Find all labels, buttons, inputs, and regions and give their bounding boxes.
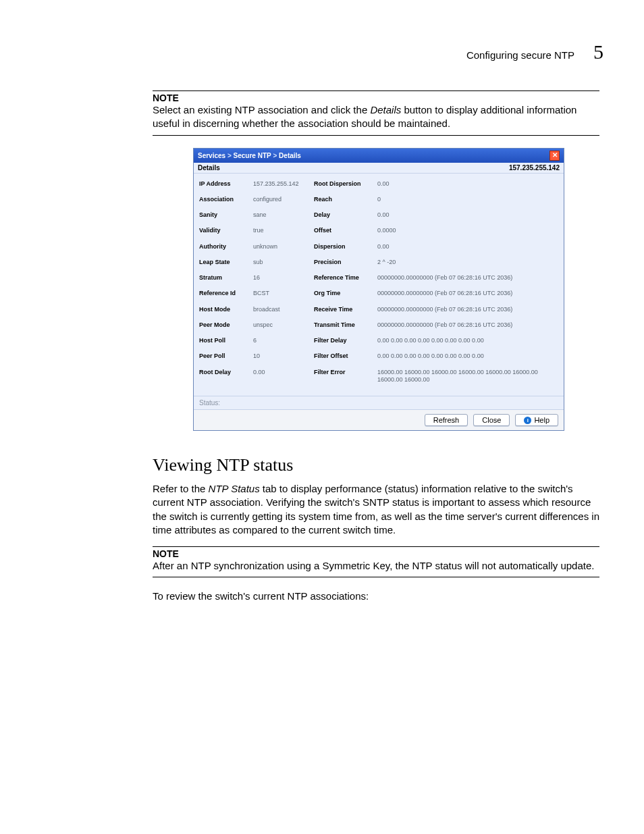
- ntp-details-dialog: Services > Secure NTP > Details ✕ Detail…: [193, 148, 564, 432]
- closing-text: To review the switch's current NTP assoc…: [153, 590, 599, 603]
- note-label: NOTE: [153, 548, 599, 559]
- field-label: Root Delay: [199, 369, 253, 375]
- note-text-before: Select an existing NTP association and c…: [153, 104, 370, 115]
- field-value: 6: [253, 337, 314, 344]
- breadcrumb-b: Secure NTP: [234, 152, 271, 159]
- field-label: Association: [199, 196, 253, 203]
- field-value: BCST: [253, 290, 314, 296]
- field-label: IP Address: [199, 180, 253, 187]
- field-label: Dispersion: [314, 243, 377, 250]
- field-value: sub: [253, 259, 314, 265]
- detail-row: Peer Poll10Filter Offset0.00 0.00 0.00 0…: [199, 353, 558, 360]
- field-label: Reference Id: [199, 290, 253, 296]
- help-button[interactable]: iHelp: [515, 414, 558, 426]
- field-label: Reference Time: [314, 274, 377, 281]
- field-value: 2 ^ -20: [377, 259, 558, 266]
- note-block: NOTE After an NTP synchronization using …: [153, 546, 599, 577]
- field-label: Org Time: [314, 290, 377, 296]
- note-label: NOTE: [153, 93, 599, 103]
- field-value: 10: [253, 353, 314, 359]
- detail-row: AuthorityunknownDispersion0.00: [199, 243, 558, 251]
- field-label: Host Mode: [199, 306, 253, 313]
- detail-row: IP Address157.235.255.142Root Dispersion…: [199, 180, 558, 188]
- para-emph: NTP Status: [209, 483, 260, 494]
- field-label: Stratum: [199, 274, 253, 281]
- note-text: Select an existing NTP association and c…: [153, 103, 599, 131]
- field-value: 0.00 0.00 0.00 0.00 0.00 0.00 0.00 0.00: [377, 337, 558, 344]
- refresh-button-label: Refresh: [433, 416, 460, 424]
- field-value: 0.00: [377, 243, 558, 251]
- breadcrumb-sep: >: [225, 152, 233, 159]
- section-paragraph: Refer to the NTP Status tab to display p…: [153, 482, 599, 537]
- field-value: configured: [253, 196, 314, 203]
- field-value: 16000.00 16000.00 16000.00 16000.00 1600…: [377, 369, 558, 384]
- field-value: 00000000.00000000 (Feb 07 06:28:16 UTC 2…: [377, 290, 558, 297]
- dialog-ip: 157.235.255.142: [509, 164, 560, 172]
- info-icon: i: [524, 417, 531, 424]
- para-before: Refer to the: [153, 483, 209, 494]
- field-label: Reach: [314, 196, 377, 203]
- detail-row: Stratum16Reference Time00000000.00000000…: [199, 274, 558, 282]
- field-label: Offset: [314, 227, 377, 234]
- breadcrumb: Services > Secure NTP > Details: [198, 152, 301, 159]
- field-value: sane: [253, 211, 314, 218]
- field-label: Transmit Time: [314, 321, 377, 328]
- help-button-label: Help: [534, 416, 549, 424]
- field-label: Root Dispersion: [314, 180, 377, 187]
- close-button[interactable]: Close: [473, 414, 510, 426]
- dialog-status: Status:: [194, 396, 564, 409]
- field-label: Peer Mode: [199, 321, 253, 328]
- breadcrumb-a: Services: [198, 152, 225, 159]
- field-value: broadcast: [253, 306, 314, 313]
- detail-row: Root Delay0.00Filter Error16000.00 16000…: [199, 369, 558, 384]
- detail-row: AssociationconfiguredReach0: [199, 196, 558, 203]
- field-value: 0.00: [377, 211, 558, 219]
- field-value: 0: [377, 196, 558, 203]
- chapter-number: 5: [593, 41, 603, 63]
- field-value: 157.235.255.142: [253, 180, 314, 187]
- detail-row: Host ModebroadcastReceive Time00000000.0…: [199, 306, 558, 313]
- field-value: 0.00 0.00 0.00 0.00 0.00 0.00 0.00 0.00: [377, 353, 558, 360]
- field-value: true: [253, 227, 314, 234]
- breadcrumb-sep: >: [271, 152, 279, 159]
- dialog-footer: Refresh Close iHelp: [194, 409, 564, 430]
- header-title: Configuring secure NTP: [466, 49, 574, 61]
- field-label: Leap State: [199, 259, 253, 265]
- breadcrumb-c: Details: [279, 152, 301, 159]
- detail-row: Host Poll6Filter Delay0.00 0.00 0.00 0.0…: [199, 337, 558, 344]
- close-icon[interactable]: ✕: [549, 151, 560, 161]
- refresh-button[interactable]: Refresh: [425, 414, 468, 426]
- field-value: unspec: [253, 321, 314, 328]
- detail-row: Peer ModeunspecTransmit Time00000000.000…: [199, 321, 558, 329]
- field-value: 0.00: [253, 369, 314, 375]
- field-value: unknown: [253, 243, 314, 250]
- section-heading: Viewing NTP status: [153, 455, 599, 475]
- note-text-emph: Details: [370, 104, 401, 115]
- note-text: After an NTP synchronization using a Sym…: [153, 559, 599, 573]
- field-label: Precision: [314, 259, 377, 265]
- field-label: Filter Error: [314, 369, 377, 375]
- field-label: Filter Offset: [314, 353, 377, 359]
- field-label: Host Poll: [199, 337, 253, 344]
- dialog-titlebar: Services > Secure NTP > Details ✕: [194, 149, 564, 163]
- field-label: Delay: [314, 211, 377, 218]
- note-block: NOTE Select an existing NTP association …: [153, 90, 599, 136]
- page-header: Configuring secure NTP 5: [41, 41, 603, 63]
- field-value: 00000000.00000000 (Feb 07 06:28:16 UTC 2…: [377, 274, 558, 282]
- detail-row: SanitysaneDelay0.00: [199, 211, 558, 219]
- field-label: Authority: [199, 243, 253, 250]
- field-label: Validity: [199, 227, 253, 234]
- field-value: 16: [253, 274, 314, 281]
- dialog-body: IP Address157.235.255.142Root Dispersion…: [194, 174, 564, 396]
- dialog-subheader: Details 157.235.255.142: [194, 163, 564, 174]
- dialog-subtitle: Details: [198, 164, 220, 172]
- field-value: 0.00: [377, 180, 558, 188]
- field-label: Peer Poll: [199, 353, 253, 359]
- detail-row: Reference IdBCSTOrg Time00000000.0000000…: [199, 290, 558, 297]
- field-value: 00000000.00000000 (Feb 07 06:28:16 UTC 2…: [377, 321, 558, 329]
- field-value: 0.0000: [377, 227, 558, 234]
- detail-row: Leap StatesubPrecision2 ^ -20: [199, 259, 558, 266]
- close-button-label: Close: [482, 416, 501, 424]
- field-label: Sanity: [199, 211, 253, 218]
- field-value: 00000000.00000000 (Feb 07 06:28:16 UTC 2…: [377, 306, 558, 313]
